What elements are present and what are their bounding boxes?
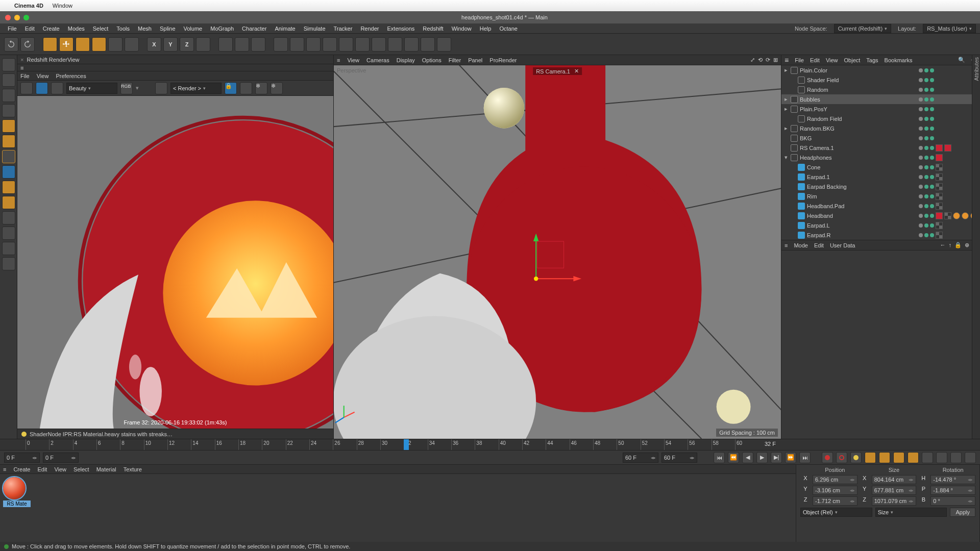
snap-button[interactable] — [2, 165, 15, 179]
tag-icon[interactable] — [944, 144, 951, 152]
visibility-render-icon[interactable] — [930, 97, 934, 102]
axis-y-button[interactable]: Y — [163, 37, 178, 52]
pen-tool-button[interactable] — [290, 37, 304, 52]
menu-extensions[interactable]: Extensions — [383, 24, 418, 33]
om-row-plain-posy[interactable]: ▸Plain.PosY — [781, 104, 980, 114]
visibility-editor-icon[interactable] — [924, 97, 928, 102]
material-body[interactable]: RS Mate — [0, 474, 796, 542]
visibility-render-icon[interactable] — [930, 204, 934, 208]
layer-dot-icon[interactable] — [919, 78, 923, 82]
visibility-editor-icon[interactable] — [924, 136, 928, 140]
om-menu-object[interactable]: Object — [844, 57, 861, 63]
expand-icon[interactable]: ▸ — [783, 67, 789, 73]
expand-icon[interactable]: ▾ — [783, 154, 789, 161]
visibility-render-icon[interactable] — [930, 185, 934, 189]
om-row-headband[interactable]: Headband — [781, 211, 980, 220]
visibility-editor-icon[interactable] — [924, 117, 928, 121]
scale-tool-button[interactable] — [76, 37, 90, 52]
layer-dot-icon[interactable] — [919, 165, 923, 169]
layer-dot-icon[interactable] — [919, 117, 923, 121]
om-row-earpad-r[interactable]: Earpad.R — [781, 230, 980, 240]
om-row-random[interactable]: Random — [781, 85, 980, 94]
texture-mode-button[interactable] — [2, 73, 15, 87]
viewport-camera-indicator[interactable]: RS Camera.1 ✕ — [533, 67, 582, 75]
layer-dot-icon[interactable] — [919, 185, 923, 189]
layer-dot-icon[interactable] — [919, 107, 923, 111]
tag-icon[interactable] — [936, 212, 943, 219]
renderview-tab[interactable]: × Redshift RenderView — [17, 55, 333, 64]
visibility-editor-icon[interactable] — [924, 88, 928, 92]
visibility-render-icon[interactable] — [930, 88, 934, 92]
mac-app-name[interactable]: Cinema 4D — [14, 3, 43, 9]
misc-button[interactable] — [2, 257, 15, 270]
visibility-render-icon[interactable] — [930, 194, 934, 198]
menu-volume[interactable]: Volume — [180, 24, 206, 33]
rv-colorspace-button[interactable]: RGB — [120, 82, 133, 94]
env-button[interactable] — [388, 37, 402, 52]
om-row-plain-color[interactable]: ▸Plain.Color — [781, 65, 980, 75]
vp-nav2-icon[interactable]: ⟲ — [758, 57, 763, 63]
tag-icon[interactable] — [936, 164, 943, 171]
visibility-editor-icon[interactable] — [924, 127, 928, 131]
visibility-render-icon[interactable] — [930, 214, 934, 218]
start-frame-field2[interactable]: 0 F◂▸ — [43, 453, 79, 463]
light-button[interactable] — [421, 37, 435, 52]
rv-menu-view[interactable]: View — [37, 73, 49, 79]
menu-file[interactable]: File — [4, 24, 20, 33]
tag-icon[interactable] — [936, 203, 943, 210]
layer-dot-icon[interactable] — [919, 156, 923, 160]
s-button1[interactable] — [2, 181, 15, 194]
mograph-button[interactable] — [355, 37, 370, 52]
size-z-field[interactable]: 1071.079 cm◂▸ — [872, 496, 917, 506]
tag-icon[interactable] — [936, 144, 943, 152]
attr-menu-userdata[interactable]: User Data — [830, 242, 855, 248]
menu-tracker[interactable]: Tracker — [330, 24, 356, 33]
axis-z-button[interactable]: Z — [180, 37, 194, 52]
vp-nav4-icon[interactable]: ⊞ — [773, 57, 778, 63]
field-button[interactable] — [339, 37, 353, 52]
layer-dot-icon[interactable] — [919, 233, 923, 237]
primitive-cube-button[interactable] — [274, 37, 288, 52]
visibility-render-icon[interactable] — [930, 165, 934, 169]
end-frame-field[interactable]: 60 F◂▸ — [623, 453, 658, 463]
playhead[interactable] — [404, 439, 409, 450]
renderview-image[interactable]: Frame 32: 2020-06-16 19:33:02 (1m:43s) — [17, 96, 333, 429]
place-tool-button[interactable] — [125, 37, 139, 52]
attr-menu-mode[interactable]: Mode — [794, 242, 808, 248]
visibility-editor-icon[interactable] — [924, 165, 928, 169]
qsnap-button[interactable] — [2, 211, 15, 224]
om-row-random-field[interactable]: Random Field — [781, 114, 980, 123]
coord-apply-button[interactable]: Apply — [950, 508, 975, 517]
vp-menu-filter[interactable]: Filter — [449, 57, 461, 63]
mat-menu-view[interactable]: View — [54, 466, 66, 472]
tag-icon[interactable] — [936, 193, 943, 200]
menu-mograph[interactable]: MoGraph — [207, 24, 237, 33]
om-menu-tags[interactable]: Tags — [866, 57, 878, 63]
grid-button[interactable] — [2, 227, 15, 240]
redo-button[interactable] — [20, 37, 35, 52]
hamburger-icon[interactable]: ≡ — [20, 65, 23, 71]
menu-select[interactable]: Select — [89, 24, 112, 33]
rv-crop-icon[interactable] — [155, 82, 167, 94]
pos-z-field[interactable]: -1.712 cm◂▸ — [813, 496, 857, 506]
om-row-random-bkg[interactable]: ▸Random.BKG — [781, 123, 980, 133]
right-edge-tabs[interactable]: Attributes — [972, 55, 980, 439]
tag-icon[interactable] — [936, 154, 943, 161]
vp-nav3-icon[interactable]: ⟳ — [766, 57, 770, 63]
light2-button[interactable] — [437, 37, 451, 52]
expand-icon[interactable]: ▸ — [783, 125, 789, 132]
om-row-cone[interactable]: Cone — [781, 162, 980, 172]
menu-simulate[interactable]: Simulate — [300, 24, 329, 33]
hamburger-icon[interactable]: ≡ — [337, 57, 340, 63]
expand-icon[interactable]: ▸ — [783, 96, 789, 103]
om-row-bubbles[interactable]: ▸Bubbles — [781, 94, 980, 104]
autokey-button[interactable] — [850, 452, 862, 463]
undo-button[interactable] — [4, 37, 18, 52]
material-preview-icon[interactable] — [3, 477, 26, 499]
menu-spline[interactable]: Spline — [156, 24, 179, 33]
menu-create[interactable]: Create — [39, 24, 63, 33]
visibility-render-icon[interactable] — [930, 107, 934, 111]
rv-grid-icon[interactable] — [240, 82, 252, 94]
menu-mesh[interactable]: Mesh — [134, 24, 155, 33]
material-swatch[interactable]: RS Mate — [3, 477, 31, 507]
